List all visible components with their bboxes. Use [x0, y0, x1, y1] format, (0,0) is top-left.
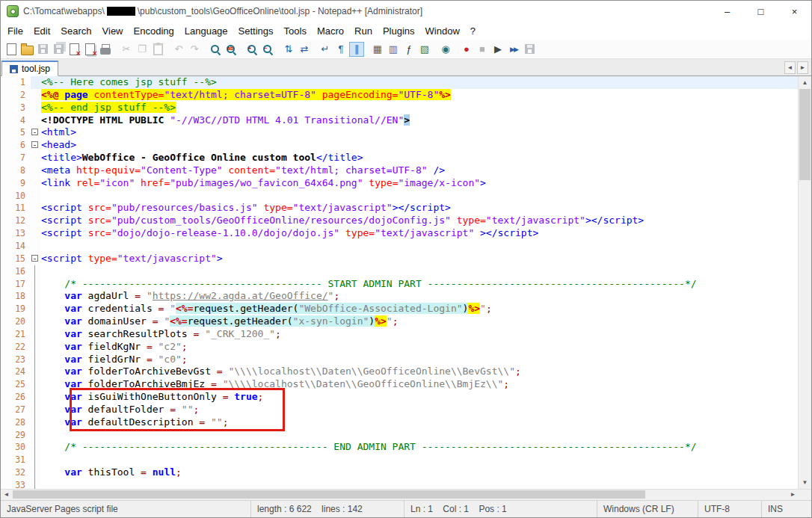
code-line-26[interactable]: 26 var isGuiWithOneButtonOnly = true;: [1, 391, 798, 404]
menu-file[interactable]: File: [2, 23, 28, 39]
code-line-17[interactable]: 17 /* ----------------------------------…: [1, 278, 798, 291]
editor[interactable]: 1<%-- Here comes jsp stuff --%>2<%@ page…: [1, 76, 811, 489]
word-wrap-icon[interactable]: ↵: [318, 42, 333, 57]
scroll-down-icon[interactable]: ▼: [799, 476, 811, 489]
vertical-scroll-thumb[interactable]: [799, 89, 811, 180]
code-line-32[interactable]: 32 var thisTool = null;: [1, 466, 798, 479]
code-line-22[interactable]: 22 var fieldKgNr = "c2";: [1, 341, 798, 354]
playback-macro-icon[interactable]: ▶: [490, 42, 505, 57]
vertical-scrollbar[interactable]: ▲ ▼: [798, 76, 811, 489]
fold-margin: [31, 89, 41, 102]
run-macro-multiple-icon[interactable]: ▶▶: [506, 42, 521, 57]
code-line-13[interactable]: 13<script src="dojo/dojo-release-1.10.0/…: [1, 227, 798, 240]
show-indent-guide-icon[interactable]: ∥: [349, 42, 364, 57]
tab-scroll-right-icon[interactable]: ►: [797, 61, 808, 74]
zoom-out-icon[interactable]: −: [260, 42, 275, 57]
code-line-19[interactable]: 19 var credentials = "<%=request.getHead…: [1, 303, 798, 315]
code-line-5[interactable]: 5<html>: [1, 126, 798, 139]
code-line-12[interactable]: 12<script src="pub/custom_tools/GeoOffic…: [1, 215, 798, 227]
menu-settings[interactable]: Settings: [233, 23, 279, 39]
code-line-16[interactable]: 16: [1, 265, 798, 278]
close-all-icon[interactable]: [82, 42, 97, 57]
status-eol-format[interactable]: Windows (CR LF): [597, 501, 698, 517]
code-line-31[interactable]: 31: [1, 454, 798, 466]
fold-toggle-icon[interactable]: [31, 253, 41, 265]
code-line-6[interactable]: 6<head>: [1, 139, 798, 152]
code-line-2[interactable]: 2<%@ page contentType="text/html; charse…: [1, 89, 798, 102]
code-text: var thisTool = null;: [41, 466, 798, 479]
horizontal-scrollbar[interactable]: ◄ ►: [1, 489, 811, 500]
record-macro-icon[interactable]: ●: [459, 42, 474, 57]
code-line-14[interactable]: 14: [1, 240, 798, 253]
status-insert-mode[interactable]: INS: [762, 501, 811, 517]
document-map-icon[interactable]: ▥: [386, 42, 401, 57]
code-line-11[interactable]: 11<script src="pub/resources/basics.js" …: [1, 202, 798, 215]
function-list-icon[interactable]: ƒ: [402, 42, 416, 57]
tab-scroll-left-icon[interactable]: ◄: [784, 61, 796, 74]
code-line-30[interactable]: 30 /* ----------------------------------…: [1, 441, 798, 454]
menu-run[interactable]: Run: [349, 23, 378, 39]
show-all-characters-icon[interactable]: ¶: [333, 42, 348, 57]
code-line-1[interactable]: 1<%-- Here comes jsp stuff --%>: [1, 76, 798, 89]
code-text: var defaultFolder = "";: [41, 404, 798, 416]
fold-toggle-icon[interactable]: [31, 126, 41, 139]
minimize-button[interactable]: –: [710, 1, 744, 22]
menu-tools[interactable]: Tools: [279, 23, 312, 39]
code-line-9[interactable]: 9<link rel="icon" href="pub/images/wo_fa…: [1, 177, 798, 190]
close-file-icon[interactable]: [67, 42, 81, 57]
menu-search[interactable]: Search: [55, 23, 96, 39]
horizontal-scroll-thumb[interactable]: [13, 490, 645, 499]
code-line-25[interactable]: 25 var folderToArchiveBmjEz = "\\\\local…: [1, 378, 798, 391]
print-icon[interactable]: [98, 42, 113, 57]
code-line-8[interactable]: 8<meta http-equiv="Content-Type" content…: [1, 164, 798, 177]
menu-language[interactable]: Language: [179, 23, 233, 39]
code-line-24[interactable]: 24 var folderToArchiveBevGst = "\\\\loca…: [1, 366, 798, 378]
sync-horizontal-scroll-icon[interactable]: ⇄: [297, 42, 312, 57]
code-text: <script src="pub/custom_tools/GeoOfficeO…: [41, 215, 798, 227]
menu-help[interactable]: ?: [465, 23, 481, 39]
code-text: <meta http-equiv="Content-Type" content=…: [41, 164, 798, 177]
code-line-33[interactable]: 33: [1, 479, 798, 489]
code-line-15[interactable]: 15<script type="text/javascript">: [1, 253, 798, 265]
menu-plugins[interactable]: Plugins: [378, 23, 420, 39]
status-length-lines: length : 6 622 lines : 142: [251, 501, 405, 517]
scroll-right-icon[interactable]: ►: [787, 490, 799, 499]
code-line-23[interactable]: 23 var fieldGrNr = "c0";: [1, 354, 798, 366]
code-text: <%-- end jsp stuff --%>: [41, 102, 798, 114]
saved-file-icon: [10, 65, 18, 73]
zoom-in-icon[interactable]: +: [244, 42, 259, 57]
scroll-left-icon[interactable]: ◄: [1, 490, 12, 499]
user-defined-dialog-icon[interactable]: ▦: [370, 42, 385, 57]
monitoring-eye-icon[interactable]: ◉: [438, 42, 453, 57]
folder-as-workspace-icon[interactable]: ▧: [417, 42, 432, 57]
menu-window[interactable]: Window: [420, 23, 465, 39]
menu-macro[interactable]: Macro: [312, 23, 349, 39]
replace-icon[interactable]: ab: [224, 42, 239, 57]
code-line-4[interactable]: 4<!DOCTYPE HTML PUBLIC "-//W3C//DTD HTML…: [1, 114, 798, 127]
maximize-button[interactable]: □: [744, 1, 778, 22]
code-line-7[interactable]: 7<title>WebOffice - GeoOffice Online cus…: [1, 152, 798, 164]
code-line-29[interactable]: 29: [1, 429, 798, 442]
fold-margin: [31, 341, 41, 354]
scroll-up-icon[interactable]: ▲: [799, 76, 811, 89]
menu-edit[interactable]: Edit: [28, 23, 55, 39]
new-file-icon[interactable]: [4, 42, 19, 57]
code-line-28[interactable]: 28 var defaultDescription = "";: [1, 416, 798, 429]
code-line-27[interactable]: 27 var defaultFolder = "";: [1, 404, 798, 416]
code-line-10[interactable]: 10: [1, 190, 798, 203]
find-icon[interactable]: [208, 42, 223, 57]
tab-tool-jsp[interactable]: tool.jsp: [1, 61, 58, 76]
open-folder-icon[interactable]: [19, 42, 34, 57]
code-line-3[interactable]: 3<%-- end jsp stuff --%>: [1, 102, 798, 114]
status-encoding[interactable]: UTF-8: [698, 501, 762, 517]
sync-vertical-scroll-icon[interactable]: ⇅: [281, 42, 296, 57]
code-line-21[interactable]: 21 var searchResultPlots = "_CRK_1200_";: [1, 328, 798, 341]
fold-toggle-icon[interactable]: [31, 139, 41, 152]
code-line-20[interactable]: 20 var domainUser = "<%=request.getHeade…: [1, 315, 798, 328]
close-button[interactable]: ×: [778, 1, 811, 22]
code-line-18[interactable]: 18 var agdaUrl = "https://ww2.agda.at/Ge…: [1, 290, 798, 303]
menu-encoding[interactable]: Encoding: [129, 23, 179, 39]
code-text: <script src="pub/resources/basics.js" ty…: [41, 202, 798, 215]
code-area[interactable]: 1<%-- Here comes jsp stuff --%>2<%@ page…: [1, 76, 798, 489]
menu-view[interactable]: View: [97, 23, 129, 39]
